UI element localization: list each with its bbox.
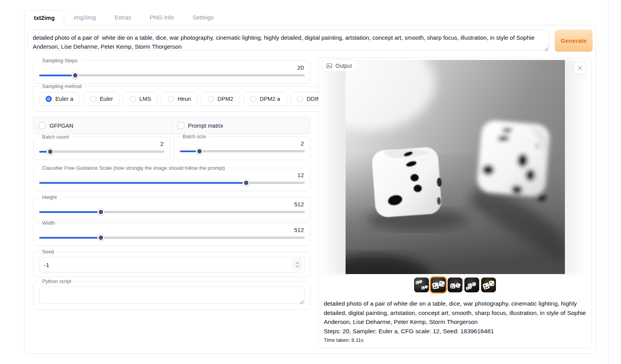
batch-size-value: 2 <box>180 140 305 147</box>
tab-extras[interactable]: Extras <box>105 10 141 25</box>
seed-label: Seed <box>39 249 56 255</box>
radio-euler-a[interactable]: Euler a <box>39 92 80 106</box>
radio-lms[interactable]: LMS <box>123 92 158 106</box>
slider-handle[interactable] <box>47 148 53 155</box>
prompt-input[interactable]: detailed photo of a pair of white die on… <box>28 30 549 51</box>
cfg-scale-slider[interactable] <box>39 179 305 186</box>
output-tag: Output <box>323 60 356 71</box>
prompt-row: detailed photo of a pair of white die on… <box>28 30 593 52</box>
slider-handle[interactable] <box>243 179 249 186</box>
radio-icon <box>130 96 136 102</box>
gallery-thumb-3[interactable] <box>448 278 462 292</box>
width-group: Width 512 <box>33 220 310 246</box>
output-panel: Output <box>318 58 592 348</box>
python-script-input[interactable] <box>39 287 305 304</box>
chevron-down-icon[interactable] <box>296 265 299 267</box>
image-letterbox-left <box>321 60 348 274</box>
radio-icon <box>208 96 214 102</box>
height-value: 512 <box>39 201 305 208</box>
radio-heun[interactable]: Heun <box>161 92 198 106</box>
seed-input[interactable] <box>39 257 305 273</box>
radio-label: Euler a <box>55 96 73 102</box>
sampling-steps-group: Sampling Steps 20 <box>33 58 310 84</box>
chevron-up-icon[interactable] <box>296 262 299 264</box>
gallery-thumb-4[interactable] <box>464 278 479 292</box>
image-icon <box>326 63 332 69</box>
radio-label: Heun <box>178 96 191 102</box>
prompt-matrix-checkbox[interactable]: Prompt matrix <box>172 117 310 134</box>
options-cluster: GFPGAN Prompt matrix <box>33 117 310 134</box>
width-slider[interactable] <box>39 234 305 241</box>
slider-handle[interactable] <box>97 234 104 241</box>
output-caption-block: detailed photo of a pair of white die on… <box>319 292 591 343</box>
batch-size-slider[interactable] <box>180 148 305 155</box>
tab-txt2img[interactable]: txt2img <box>24 10 64 25</box>
scrollbar-edge <box>608 0 609 364</box>
generated-image[interactable] <box>346 60 565 274</box>
tab-settings[interactable]: Settings <box>183 10 223 25</box>
settings-column: Sampling Steps 20 Sampling method Euler … <box>33 58 310 310</box>
height-group: Height 512 <box>33 194 310 220</box>
time-taken: Time taken: 8.11s <box>324 337 586 343</box>
slider-handle[interactable] <box>97 209 104 215</box>
batch-size-group: Batch size 2 <box>174 134 311 160</box>
image-letterbox-right <box>562 60 589 274</box>
sampling-steps-slider[interactable] <box>39 72 305 79</box>
app-viewport: txt2img img2img Extras PNG Info Settings… <box>0 0 621 364</box>
txt2img-panel: detailed photo of a pair of white die on… <box>24 25 596 354</box>
number-stepper[interactable] <box>293 259 302 270</box>
python-script-group: Python script <box>33 278 310 310</box>
radio-icon <box>168 96 174 102</box>
batch-count-group: Batch count 2 <box>33 134 170 160</box>
sd-webui: txt2img img2img Extras PNG Info Settings… <box>24 10 596 354</box>
cfg-scale-label: Classifier Free Guidance Scale (how stro… <box>39 165 228 171</box>
height-label: Height <box>39 194 60 200</box>
generate-button[interactable]: Generate <box>555 30 593 52</box>
radio-label: Euler <box>100 96 113 102</box>
width-value: 512 <box>39 227 305 234</box>
batch-size-label: Batch size <box>180 134 209 139</box>
batch-count-slider[interactable] <box>39 148 164 155</box>
tab-bar: txt2img img2img Extras PNG Info Settings <box>24 10 596 25</box>
output-column: Output <box>318 58 592 348</box>
output-label: Output <box>335 63 352 69</box>
radio-icon <box>90 96 96 102</box>
checkbox-icon[interactable] <box>39 122 46 129</box>
python-script-label: Python script <box>39 278 74 284</box>
batch-count-label: Batch count <box>39 134 72 140</box>
gallery-thumb-1[interactable] <box>414 278 429 292</box>
radio-label: DPM2 <box>217 96 233 102</box>
slider-handle[interactable] <box>196 148 203 155</box>
checkbox-icon[interactable] <box>178 122 184 129</box>
tab-png-info[interactable]: PNG Info <box>141 10 183 25</box>
radio-dpm2-a[interactable]: DPM2 a <box>243 92 287 106</box>
sampling-steps-value: 20 <box>39 64 305 71</box>
radio-label: DPM2 a <box>260 96 280 102</box>
height-slider[interactable] <box>39 208 305 216</box>
radio-icon <box>297 96 303 102</box>
prompt-matrix-label: Prompt matrix <box>188 123 223 129</box>
radio-icon <box>46 96 52 102</box>
gallery-thumb-2-selected[interactable] <box>430 276 447 294</box>
tab-img2img[interactable]: img2img <box>64 10 105 25</box>
batch-count-value: 2 <box>39 141 164 148</box>
output-caption: detailed photo of a pair of white die on… <box>324 299 586 327</box>
gfpgan-checkbox[interactable]: GFPGAN <box>34 117 172 134</box>
cfg-scale-group: Classifier Free Guidance Scale (how stro… <box>33 165 310 191</box>
radio-dpm2[interactable]: DPM2 <box>201 92 240 106</box>
radio-euler[interactable]: Euler <box>83 92 120 106</box>
radio-label: LMS <box>139 96 151 102</box>
close-icon[interactable] <box>574 62 586 74</box>
seed-group: Seed <box>33 249 310 277</box>
output-gallery <box>319 278 591 292</box>
sampling-method-label: Sampling method <box>39 83 84 89</box>
width-label: Width <box>39 220 58 226</box>
output-params: Steps: 20, Sampler: Euler a, CFG scale: … <box>324 327 586 336</box>
radio-icon <box>250 96 256 102</box>
slider-handle[interactable] <box>72 72 78 79</box>
gallery-thumb-5[interactable] <box>481 278 496 292</box>
sampling-steps-label: Sampling Steps <box>39 58 80 63</box>
gfpgan-label: GFPGAN <box>49 123 73 129</box>
cfg-scale-value: 12 <box>39 172 305 179</box>
